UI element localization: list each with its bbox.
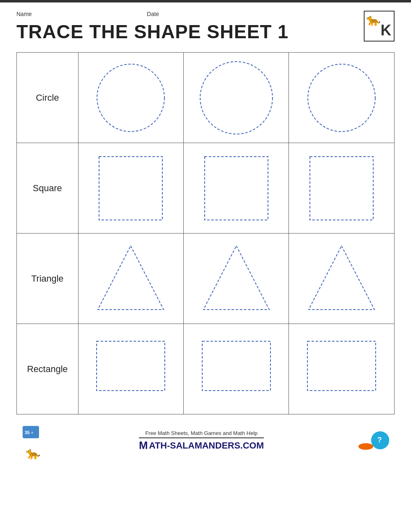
- svg-text:35: 35: [25, 430, 30, 435]
- svg-point-0: [97, 64, 164, 132]
- date-label: Date: [147, 11, 159, 17]
- footer-site: M ATH-SALAMANDERS.COM: [139, 439, 264, 452]
- footer-animal-right: ?: [358, 426, 390, 456]
- shape-label-rectangle: Rectangle: [17, 324, 79, 414]
- footer-tagline: Free Math Sheets, Math Games and Math He…: [139, 430, 264, 436]
- page-content: Name Date TRACE THE SHAPE SHEET 1 🐆 K Ci…: [0, 2, 411, 468]
- shape-label-triangle: Triangle: [17, 234, 79, 324]
- svg-point-1: [200, 62, 272, 134]
- table-row: Circle: [17, 53, 395, 143]
- svg-text:+: +: [31, 430, 33, 435]
- table-row: Square: [17, 143, 395, 234]
- page-title: TRACE THE SHAPE SHEET 1: [16, 21, 289, 43]
- shape-label-square: Square: [17, 143, 79, 234]
- logo-box: 🐆 K: [364, 11, 395, 42]
- shape-cell-square-2: [184, 143, 289, 234]
- shape-cell-circle-1: [78, 53, 183, 143]
- svg-marker-8: [309, 246, 374, 310]
- svg-text:?: ?: [377, 436, 382, 444]
- shape-cell-square-1: [78, 143, 183, 234]
- shape-cell-triangle-1: [78, 234, 183, 324]
- svg-rect-10: [202, 341, 270, 391]
- shape-cell-square-3: [289, 143, 395, 234]
- svg-rect-11: [307, 341, 376, 391]
- name-label: Name: [16, 11, 32, 17]
- svg-rect-5: [310, 157, 373, 220]
- svg-point-18: [363, 443, 369, 450]
- shapes-table: Circle: [16, 52, 395, 414]
- shape-cell-triangle-2: [184, 234, 289, 324]
- logo-animal-icon: 🐆: [366, 13, 381, 27]
- shape-cell-triangle-3: [289, 234, 395, 324]
- table-row: Triangle: [17, 234, 395, 324]
- shape-cell-circle-2: [184, 53, 289, 143]
- shape-cell-rectangle-2: [184, 324, 289, 414]
- footer-site-text: ATH-SALAMANDERS.COM: [149, 440, 264, 451]
- svg-rect-9: [97, 341, 165, 391]
- svg-point-2: [308, 64, 375, 132]
- logo-k: K: [381, 22, 391, 39]
- shape-cell-circle-3: [289, 53, 395, 143]
- footer-center: Free Math Sheets, Math Games and Math He…: [139, 430, 264, 452]
- footer: 35 + 🐆 Free Math Sheets, Math Games and …: [16, 422, 395, 460]
- header-row: Name Date TRACE THE SHAPE SHEET 1 🐆 K: [16, 11, 395, 50]
- footer-m-icon: M: [139, 439, 148, 452]
- footer-logo-left: 35 + 🐆: [21, 422, 45, 460]
- svg-rect-4: [205, 157, 268, 220]
- shape-cell-rectangle-3: [289, 324, 395, 414]
- footer-divider: [139, 437, 264, 438]
- table-row: Rectangle: [17, 324, 395, 414]
- svg-rect-3: [99, 157, 162, 220]
- footer-animal-icon-left: 🐆: [26, 446, 40, 460]
- svg-marker-6: [98, 246, 164, 310]
- shape-cell-rectangle-1: [78, 324, 183, 414]
- shape-label-circle: Circle: [17, 53, 79, 143]
- header-left: Name Date TRACE THE SHAPE SHEET 1: [16, 11, 289, 50]
- name-date-row: Name Date: [16, 11, 289, 17]
- svg-marker-7: [203, 246, 269, 310]
